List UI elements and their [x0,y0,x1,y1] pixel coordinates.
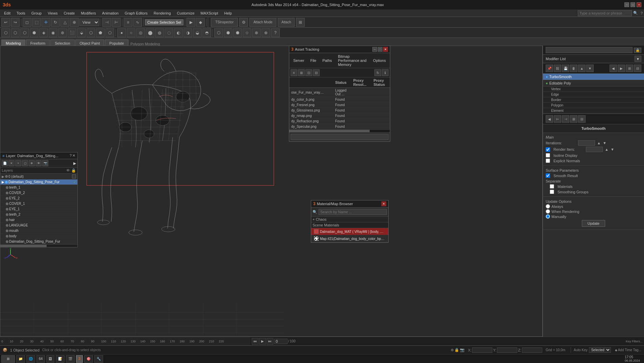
mirror-btn[interactable]: ⊣ [102,18,111,27]
app3-btn[interactable]: 📝 [56,355,65,363]
object-btn1[interactable]: ● [117,28,126,37]
layer-sub-teeth2[interactable]: teeth_2 [0,212,77,217]
attach-mode-btn[interactable]: Attach Mode [249,18,276,27]
select-region-btn[interactable]: ⬚ [32,18,41,27]
poly-btn10[interactable]: ⬡ [86,28,95,37]
select-btn[interactable]: ◻ [23,18,31,27]
curve-btn[interactable]: ∿ [133,18,142,27]
manually-radio[interactable] [546,214,550,219]
layer-sub-body[interactable]: body [0,234,77,239]
nav-icon2[interactable]: ⊢ [554,115,561,123]
snap-btn[interactable]: ⊕ [70,18,79,27]
menu-customize[interactable]: Customize [174,10,197,16]
asset-btn2[interactable]: ⊞ [298,69,305,76]
asset-menu-options[interactable]: Options [370,58,389,63]
asset-row-5[interactable]: dy_Refraction.png Found [289,119,390,124]
layer-sub-mouth[interactable]: mouth [0,228,77,234]
minimize-btn[interactable]: ─ [624,2,629,7]
play-btn2[interactable]: ▶ [259,338,266,345]
menu-graph-editors[interactable]: Graph Editors [122,10,150,16]
asset-row-0[interactable]: ose_Fur_max_vray.... Logged Out ... [289,88,390,97]
menu-modifiers[interactable]: Modifiers [78,10,99,16]
extra-btn1[interactable]: ⬡ [214,28,223,37]
nav-prev-btn[interactable]: ◀ [610,65,617,72]
app1-btn[interactable]: 64 [36,355,45,363]
nav-icon1[interactable]: ◀ [546,115,553,123]
isoline-checkbox[interactable] [546,153,550,158]
poly-btn11[interactable]: ⬟ [96,28,105,37]
menu-edit[interactable]: Edit [1,10,13,16]
material-item-0[interactable]: Dalmatian_dog_MAT ( VRayMtl ) [body, COV… [311,228,388,235]
close-btn[interactable]: ✕ [637,2,641,7]
rotate-btn[interactable]: ↻ [51,18,60,27]
layers-freeze-btn[interactable]: ❄ [29,160,35,166]
render-iters-up[interactable]: ▲ [605,147,609,151]
layers-help-btn[interactable]: ? [70,153,72,158]
asset-refresh-btn[interactable]: ↻ [374,69,381,76]
smooth-result-checkbox[interactable] [546,173,550,178]
object-btn5[interactable]: ◍ [155,28,164,37]
create-selection-btn[interactable]: Create Selection Sel [145,19,183,25]
poly-btn12[interactable]: ⬠ [105,28,114,37]
layers-add-btn[interactable]: + [15,160,21,166]
timeline[interactable]: 0 10 20 30 40 50 60 70 80 90 100 110 120… [0,337,250,345]
help-icon[interactable]: ? [641,11,643,15]
prev-frame-btn[interactable]: ⏮ [252,338,258,345]
asset-btn3[interactable]: ⊡ [305,69,312,76]
object-btn8[interactable]: ◑ [183,28,192,37]
x-coord-input[interactable] [472,347,492,353]
extra-btn2[interactable]: ⬢ [224,28,232,37]
object-btn3[interactable]: ◎ [136,28,145,37]
sub-edge[interactable]: Edge [543,92,644,97]
layers-scrollbar[interactable] [0,244,77,247]
asset-btn4[interactable]: ⊟ [313,69,320,76]
app6-btn[interactable]: 🔧 [94,355,103,363]
material-close-btn[interactable]: ✕ [381,201,386,206]
material-item-1[interactable]: Map #21(Dalmatian_dog_body_color_bpng)..… [311,235,388,242]
sub-vertex[interactable]: Vertex [543,87,644,92]
reference-dropdown[interactable]: View World Local [79,19,99,26]
always-radio[interactable] [546,204,550,209]
layers-render-btn[interactable]: 📷 [42,160,48,166]
mod-icon-down[interactable]: ▼ [586,65,594,72]
layer-item-default[interactable]: ▶ 0 (default) [0,174,77,179]
app2-btn[interactable]: 🖼 [46,355,54,363]
poly-btn1[interactable]: ⬡ [1,28,10,37]
maximize-btn[interactable]: □ [630,2,635,7]
poly-btn2[interactable]: ⬡ [11,28,20,37]
iterations-input[interactable]: 0 [578,140,595,146]
asset-close-btn[interactable]: ✕ [383,47,388,52]
asset-maximize-btn[interactable]: □ [378,47,382,52]
layer-sub-eye2[interactable]: EYE_2 [0,196,77,201]
menu-tools[interactable]: Tools [14,10,28,16]
asset-row-1[interactable]: dy_color_b.png Found [289,97,390,102]
asset-scrollbar[interactable] [289,129,390,132]
start-btn[interactable]: ⊞ [1,355,15,363]
asset-minimize-btn[interactable]: ─ [372,47,377,52]
editable-poly-modifier[interactable]: ● Editable Poly [543,80,644,87]
z-coord-input[interactable] [522,347,542,353]
asset-menu-bitmap[interactable]: Bitmap Performance and Memory [335,54,370,67]
object-btn9[interactable]: ◒ [193,28,202,37]
render-iters-input[interactable]: 2 [586,147,603,152]
help-icon2[interactable]: ? [271,28,280,37]
checkerboard-icon[interactable]: ⊞ [296,18,305,27]
poly-btn8[interactable]: ⬛ [68,28,76,37]
frame-input[interactable] [274,339,288,344]
object-name-input[interactable]: body [546,47,633,53]
search-field[interactable] [578,10,632,16]
object-btn10[interactable]: ◓ [202,28,211,37]
asset-row-4[interactable]: dy_nmap.png Found [289,113,390,119]
mod-icon-save[interactable]: 💾 [562,65,569,72]
nav-icon5[interactable]: ⊟ [578,115,586,123]
menu-maxscript[interactable]: MAXScript [198,10,221,16]
extra-btn5[interactable]: ⊗ [252,28,261,37]
menu-views[interactable]: Views [45,10,60,16]
viewport[interactable]: X Z Y [0,46,543,337]
layers-hide-btn[interactable]: 👁 [35,160,42,166]
modifier-dropdown-btn[interactable]: ▼ [635,56,641,62]
next-frame-btn[interactable]: ⏭ [267,338,273,345]
layers-new-btn[interactable]: 📄 [2,160,8,166]
poly-btn4[interactable]: ⬢ [30,28,39,37]
layers-select-btn[interactable]: ◻ [22,160,28,166]
